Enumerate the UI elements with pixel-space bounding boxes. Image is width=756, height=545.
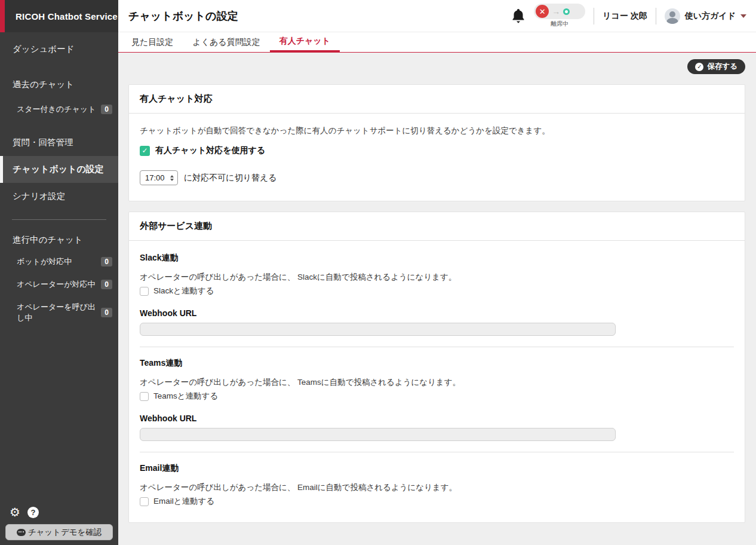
teams-integration-checkbox[interactable]: Teamsと連動する — [140, 391, 734, 402]
sidebar-item-operator-calling[interactable]: オペレーターを呼び出し中 0 — [0, 296, 118, 329]
bot-handling-badge: 0 — [101, 257, 112, 267]
teams-integration-title: Teams連動 — [140, 358, 734, 369]
sidebar-item-label: 質問・回答管理 — [13, 137, 73, 148]
gear-icon[interactable]: ⚙ — [10, 506, 20, 518]
sidebar: RICOH Chatbot Service ダッシュボード 過去のチャット スタ… — [0, 0, 118, 545]
email-integration-description: オペレーターの呼び出しがあった場合に、 Emailに自動で投稿されるようになりま… — [140, 482, 734, 493]
sidebar-item-label: オペレーターを呼び出し中 — [17, 302, 101, 323]
top-header: チャットボットの設定 ✕ → 離席中 リコー — [118, 0, 756, 32]
sidebar-item-label: シナリオ設定 — [13, 191, 65, 202]
settings-tabbar: 見た目設定 よくある質問設定 有人チャット — [118, 32, 756, 53]
select-spinner-icon — [170, 175, 174, 181]
starred-count-badge: 0 — [101, 105, 112, 114]
chat-demo-button-label: チャットデモを確認 — [28, 527, 102, 538]
tab-faq-settings[interactable]: よくある質問設定 — [183, 32, 269, 52]
external-services-card: 外部サービス連動 Slack連動 オペレーターの呼び出しがあった場合に、 Sla… — [128, 212, 745, 523]
header-divider — [594, 8, 594, 25]
sidebar-item-dashboard[interactable]: ダッシュボード — [0, 36, 118, 63]
save-button-label: 保存する — [707, 62, 737, 72]
email-checkbox-label: Emailと連動する — [153, 496, 214, 507]
slack-checkbox-label: Slackと連動する — [153, 286, 214, 296]
save-button[interactable]: ✓ 保存する — [687, 59, 745, 74]
sidebar-item-chatbot-settings[interactable]: チャットボットの設定 — [0, 156, 118, 183]
sidebar-divider — [12, 219, 106, 220]
manned-chat-card-title: 有人チャット対応 — [129, 85, 745, 114]
slack-integration-description: オペレーターの呼び出しがあった場合に、 Slackに自動で投稿されるようになりま… — [140, 272, 734, 283]
teams-webhook-input — [140, 428, 616, 441]
header-divider — [656, 8, 656, 25]
switch-time-value: 17:00 — [145, 173, 165, 182]
chevron-down-icon — [740, 14, 746, 21]
check-circle-icon: ✓ — [695, 63, 703, 71]
operator-calling-badge: 0 — [101, 308, 112, 317]
avatar — [665, 8, 680, 24]
manned-chat-description: チャットボットが自動で回答できなかった際に有人のチャットサポートに切り替えるかど… — [140, 125, 734, 136]
switch-time-suffix: に対応不可に切り替える — [184, 173, 277, 183]
sidebar-item-label: オペレーターが対応中 — [17, 279, 96, 290]
sidebar-nav: ダッシュボード 過去のチャット スター付きのチャット 0 質問・回答管理 チャッ… — [0, 32, 118, 329]
email-integration-block: Email連動 オペレーターの呼び出しがあった場合に、 Emailに自動で投稿さ… — [140, 463, 734, 507]
help-icon[interactable]: ? — [27, 507, 39, 518]
use-manned-chat-checkbox[interactable]: ✓ 有人チャット対応を使用する — [140, 145, 734, 156]
sidebar-item-scenario-settings[interactable]: シナリオ設定 — [0, 183, 118, 210]
teams-integration-block: Teams連動 オペレーターの呼び出しがあった場合に、 Teamsに自動で投稿さ… — [140, 358, 734, 441]
checkbox-unchecked-icon — [140, 497, 149, 506]
user-name: リコー 次郎 — [603, 11, 647, 22]
use-manned-chat-label: 有人チャット対応を使用する — [155, 145, 265, 156]
chat-demo-button[interactable]: チャットデモを確認 — [5, 524, 113, 540]
checkbox-unchecked-icon — [140, 287, 149, 296]
main-area: チャットボットの設定 ✕ → 離席中 リコー — [118, 0, 756, 545]
operator-handling-badge: 0 — [101, 280, 112, 289]
teams-integration-description: オペレーターの呼び出しがあった場合に、 Teamsに自動で投稿されるようになりま… — [140, 377, 734, 388]
sidebar-item-label: ボットが対応中 — [17, 256, 72, 267]
checkbox-unchecked-icon — [140, 392, 149, 401]
app-window: RICOH Chatbot Service ダッシュボード 過去のチャット スタ… — [0, 0, 756, 545]
email-integration-title: Email連動 — [140, 463, 734, 474]
section-divider — [140, 347, 734, 347]
usage-guide-menu[interactable]: 使い方ガイド — [665, 8, 746, 24]
tab-appearance[interactable]: 見た目設定 — [122, 32, 183, 52]
status-available-icon — [563, 8, 570, 15]
sidebar-item-qa-management[interactable]: 質問・回答管理 — [0, 129, 118, 156]
teams-checkbox-label: Teamsと連動する — [153, 391, 218, 402]
slack-webhook-input — [140, 323, 616, 336]
sidebar-item-bot-handling[interactable]: ボットが対応中 0 — [0, 250, 118, 273]
slack-integration-title: Slack連動 — [140, 253, 734, 264]
sidebar-item-label: ダッシュボード — [13, 44, 75, 55]
chat-bubble-icon — [17, 529, 26, 536]
switch-time-select[interactable]: 17:00 — [140, 170, 178, 185]
tab-manned-chat[interactable]: 有人チャット — [270, 32, 340, 52]
sidebar-item-operator-handling[interactable]: オペレーターが対応中 0 — [0, 273, 118, 296]
presence-status-toggle[interactable]: ✕ → 離席中 — [534, 4, 585, 28]
status-arrow-icon: → — [552, 7, 560, 16]
slack-integration-block: Slack連動 オペレーターの呼び出しがあった場合に、 Slackに自動で投稿さ… — [140, 253, 734, 336]
page-title: チャットボットの設定 — [128, 9, 238, 23]
sidebar-footer: ⚙ ? チャットデモを確認 — [0, 506, 118, 545]
sidebar-item-label: 過去のチャット — [13, 79, 74, 90]
brand-logo: RICOH Chatbot Service — [0, 0, 118, 32]
usage-guide-label: 使い方ガイド — [685, 11, 736, 22]
status-away-icon: ✕ — [536, 5, 549, 18]
teams-webhook-label: Webhook URL — [140, 414, 734, 423]
checkbox-checked-icon: ✓ — [140, 146, 150, 156]
manned-chat-card: 有人チャット対応 チャットボットが自動で回答できなかった際に有人のチャットサポー… — [128, 84, 745, 201]
sidebar-item-label: チャットボットの設定 — [13, 164, 104, 175]
notification-bell-icon[interactable] — [511, 8, 525, 24]
section-divider — [140, 452, 734, 452]
email-integration-checkbox[interactable]: Emailと連動する — [140, 496, 734, 507]
ongoing-chats-heading: 進行中のチャット — [0, 226, 118, 250]
slack-integration-checkbox[interactable]: Slackと連動する — [140, 286, 734, 296]
external-services-card-title: 外部サービス連動 — [129, 212, 745, 241]
sidebar-item-past-chats[interactable]: 過去のチャット — [0, 71, 118, 98]
sidebar-item-label: スター付きのチャット — [17, 104, 96, 115]
status-label: 離席中 — [551, 20, 568, 28]
slack-webhook-label: Webhook URL — [140, 308, 734, 318]
settings-content: ✓ 保存する 有人チャット対応 チャットボットが自動で回答できなかった際に有人の… — [118, 53, 756, 545]
sidebar-item-starred-chats[interactable]: スター付きのチャット 0 — [0, 98, 118, 121]
